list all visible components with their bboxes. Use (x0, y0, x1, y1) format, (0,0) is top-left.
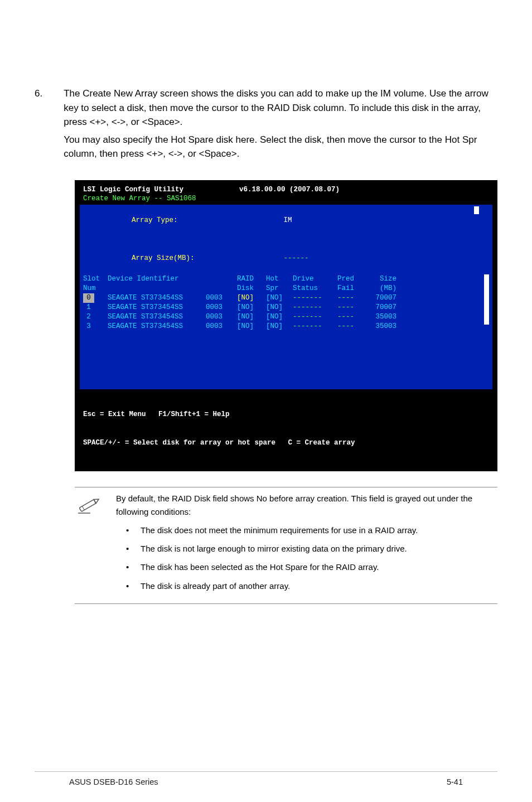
footer-create: C = Create array (288, 439, 355, 447)
page-content: 6. The Create New Array screen shows the… (12, 86, 520, 604)
table-row[interactable]: 1SEAGATE ST373454SS0003[NO][NO]---------… (80, 303, 492, 312)
step-6: 6. The Create New Array screen shows the… (35, 86, 497, 165)
note-block: By default, the RAID Disk field shows No… (75, 487, 497, 604)
terminal-subtitle: Create New Array -- SAS1068 (80, 194, 492, 204)
terminal-footer: Esc = Exit Menu F1/Shift+1 = Help SPACE/… (80, 389, 492, 466)
terminal-title-right: v6.18.00.00 (2007.08.07) (239, 185, 340, 195)
table-row[interactable]: 3SEAGATE ST373454SS0003[NO][NO]---------… (80, 322, 492, 331)
note-bullets: The disk does not meet the minimum requi… (116, 524, 497, 592)
terminal-disk-table: SlotDevice IdentifierRAIDHotDrivePredSiz… (80, 272, 492, 389)
array-size-value: ------ (284, 254, 309, 262)
step-para-2: You may also specify the Hot Spare disk … (64, 133, 497, 161)
note-bullet: The disk has been selected as the Hot Sp… (126, 561, 497, 573)
note-bullet: The disk is not large enough to mirror e… (126, 542, 497, 555)
note-bullet: The disk is already part of another arra… (126, 579, 497, 592)
array-size-label: Array Size(MB): (132, 254, 195, 262)
terminal-cursor (474, 206, 479, 214)
footer-help: F1/Shift+1 = Help (158, 410, 230, 418)
terminal-title-left: LSI Logic Config Utility (83, 185, 183, 195)
step-para-1: The Create New Array screen shows the di… (64, 86, 497, 129)
table-row[interactable]: 2SEAGATE ST373454SS0003[NO][NO]---------… (80, 312, 492, 322)
step-number: 6. (35, 86, 42, 165)
note-text: By default, the RAID Disk field shows No… (116, 492, 497, 598)
svg-rect-0 (79, 500, 96, 512)
svg-line-2 (82, 506, 84, 510)
note-intro: By default, the RAID Disk field shows No… (116, 492, 497, 518)
table-row[interactable]: 0SEAGATE ST373454SS0003[NO][NO]---------… (80, 293, 492, 303)
pencil-icon (75, 492, 104, 598)
terminal-title-bar: LSI Logic Config Utility v6.18.00.00 (20… (80, 185, 492, 195)
table-header-row-2: NumDiskSprStatusFail(MB) (80, 284, 492, 293)
terminal-screenshot: LSI Logic Config Utility v6.18.00.00 (20… (75, 180, 497, 472)
note-bullet: The disk does not meet the minimum requi… (126, 524, 497, 537)
array-type-value: IM (284, 216, 292, 224)
array-type-label: Array Type: (132, 216, 178, 224)
svg-marker-1 (94, 497, 100, 504)
table-header-row-1: SlotDevice IdentifierRAIDHotDrivePredSiz… (80, 274, 492, 284)
step-body: The Create New Array screen shows the di… (64, 86, 497, 165)
footer-select: SPACE/+/- = Select disk for array or hot… (83, 439, 275, 447)
terminal-scrollbar[interactable] (484, 274, 489, 325)
terminal-array-header: Array Type:IM Array Size(MB):------ (80, 205, 492, 272)
footer-esc: Esc = Exit Menu (83, 410, 146, 418)
